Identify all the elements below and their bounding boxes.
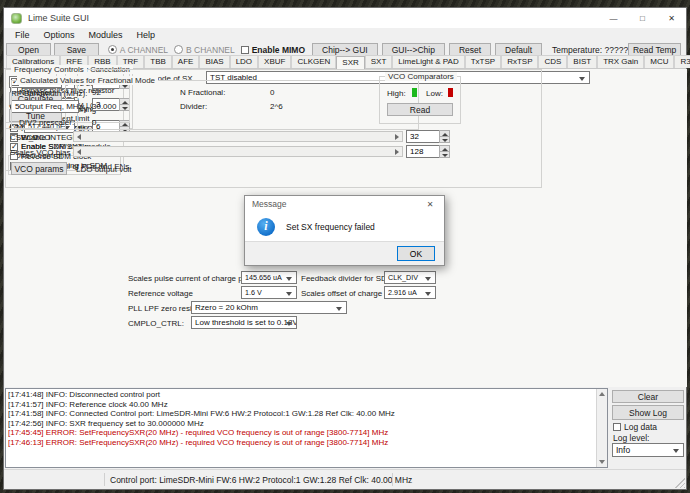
- log-scrollbar[interactable]: [596, 389, 607, 467]
- vco-params-button[interactable]: VCO params: [11, 162, 67, 175]
- tab[interactable]: BIAS: [199, 55, 229, 68]
- output-freq-value: 30.000: [92, 102, 116, 111]
- radio-dot-icon: [108, 45, 117, 54]
- window-title: Lime Suite GUI: [28, 13, 89, 23]
- tab[interactable]: R3 Controls: [674, 55, 690, 68]
- output-freq-label: Output Freq, MHz:: [19, 102, 85, 111]
- message-dialog: Message ✕ i Set SX frequency failed OK: [244, 195, 445, 266]
- tab[interactable]: TBB: [144, 55, 172, 68]
- scales-pulse-select[interactable]: 145.656 uA: [241, 271, 297, 284]
- vco-bias-spinner[interactable]: 128: [406, 145, 450, 158]
- divider-value: 2^6: [270, 102, 283, 111]
- channel-b-radio[interactable]: B CHANNEL: [174, 45, 235, 55]
- menu-item[interactable]: Help: [130, 29, 163, 41]
- dialog-message: Set SX frequency failed: [286, 222, 375, 232]
- dialog-body: i Set SX frequency failed: [245, 212, 444, 241]
- minimize-button[interactable]: —: [599, 8, 628, 28]
- close-button[interactable]: ✕: [657, 8, 686, 28]
- status-divider: [392, 473, 393, 486]
- title-bar: Lime Suite GUI — □ ✕: [4, 8, 686, 28]
- comparator-low-indicator: [448, 88, 453, 97]
- menu-item[interactable]: File: [8, 29, 37, 41]
- n-fractional-label: N Fractional:: [180, 88, 225, 97]
- comparator-high-label: High:: [387, 89, 406, 98]
- divider-label: Divider:: [180, 102, 207, 111]
- log-line: [17:45:45] ERROR: SetFrequencySXR(20 MHz…: [8, 428, 595, 438]
- ldo-output-label: LDO output volt: [76, 165, 132, 174]
- read-comparators-button[interactable]: Read: [387, 103, 453, 116]
- tab[interactable]: CDS: [538, 55, 567, 68]
- app-window: Lime Suite GUI — □ ✕ FileOptionsModulesH…: [3, 7, 687, 490]
- reference-voltage-select[interactable]: 1.6 V: [241, 286, 297, 299]
- tab[interactable]: AFE: [172, 55, 200, 68]
- div2-prescaler-label: DIV2 prescaler:: [19, 118, 74, 127]
- ok-button[interactable]: OK: [397, 246, 435, 261]
- status-divider: [104, 473, 105, 486]
- tab[interactable]: LDO: [230, 55, 258, 68]
- tab[interactable]: TRX Gain: [597, 55, 644, 68]
- log-level-select[interactable]: Info: [612, 443, 684, 457]
- spinner-arrows-icon[interactable]: [439, 130, 450, 143]
- csw-vco-spinner[interactable]: 32: [406, 130, 450, 143]
- calculated-values-group: Calculated Values for Fractional Mode N …: [11, 80, 419, 130]
- tab[interactable]: SXR: [336, 56, 364, 69]
- tab[interactable]: LimeLight & PAD: [392, 55, 464, 68]
- csw-vco-label: CSW_VCO: [10, 133, 50, 142]
- tab[interactable]: RxTSP: [501, 55, 538, 68]
- vco-comparators-group: VCO Comparators High: Low: Read: [379, 76, 461, 124]
- resize-grip-icon[interactable]: [675, 478, 685, 488]
- radio-dot-icon: [174, 45, 183, 54]
- log-data-checkbox[interactable]: Log data: [613, 422, 657, 432]
- n-fractional-value: 0: [270, 88, 274, 97]
- dialog-close-icon[interactable]: ✕: [423, 200, 437, 209]
- show-log-button[interactable]: Show Log: [612, 405, 684, 420]
- dialog-footer: OK: [245, 241, 444, 265]
- cmplo-select[interactable]: Low threshold is set to 0.18V: [191, 316, 297, 329]
- comparator-low-label: Low:: [426, 89, 443, 98]
- maximize-button[interactable]: □: [628, 8, 657, 28]
- tab[interactable]: BIST: [567, 55, 597, 68]
- tab[interactable]: XBUF: [258, 55, 291, 68]
- temperature-label: Temperature: ?????: [552, 45, 628, 55]
- menu-item[interactable]: Options: [37, 29, 82, 41]
- menu-item[interactable]: Modules: [82, 29, 130, 41]
- dialog-title: Message: [252, 199, 287, 209]
- log-output: [17:41:48] INFO: Disconnected control po…: [5, 388, 608, 468]
- window-controls: — □ ✕: [599, 8, 686, 28]
- div2-prescaler-value: 0: [92, 118, 96, 127]
- reference-voltage-label: Reference voltage: [128, 289, 193, 298]
- dialog-title-bar: Message ✕: [245, 196, 444, 212]
- tab[interactable]: TxTSP: [465, 55, 501, 68]
- cmplo-label: CMPLO_CTRL:: [128, 319, 184, 328]
- frequency-controls-group: Frequency Controls Calculated Values for…: [5, 69, 542, 188]
- csw-vco-slider[interactable]: [73, 131, 403, 142]
- tab[interactable]: CLKGEN: [291, 55, 336, 68]
- tab[interactable]: MCU: [644, 55, 674, 68]
- info-icon: i: [257, 218, 275, 236]
- n-integer-value: 92: [92, 88, 101, 97]
- status-bar: Control port: LimeSDR-Mini FW:6 HW:2 Pro…: [4, 469, 686, 489]
- feedback-divider-label: Feedback divider for SDM: [301, 274, 393, 283]
- log-line: [17:46:13] ERROR: SetFrequencySXR(20 MHz…: [8, 438, 595, 448]
- status-text: Control port: LimeSDR-Mini FW:6 HW:2 Pro…: [110, 475, 412, 485]
- n-integer-label: N Integer:: [19, 88, 54, 97]
- tab[interactable]: SXT: [365, 55, 393, 68]
- log-line: [17:41:48] INFO: Disconnected control po…: [8, 390, 595, 400]
- app-icon: [11, 13, 22, 24]
- scales-pulse-label: Scales pulse current of charge pump: [128, 274, 258, 283]
- pll-lpf-select[interactable]: Rzero = 20 kOhm: [191, 301, 347, 314]
- checkbox-icon: [241, 46, 249, 54]
- enable-mimo-checkbox[interactable]: Enable MIMO: [241, 45, 305, 55]
- clear-log-button[interactable]: Clear: [612, 390, 684, 403]
- feedback-divider-select[interactable]: CLK_DIV: [384, 271, 436, 284]
- scales-offset-select[interactable]: 2.916 uA: [384, 286, 436, 299]
- checkbox-icon: [613, 423, 621, 431]
- comparator-high-indicator: [412, 88, 417, 97]
- log-line: [17:42:56] INFO: SXR frequency set to 30…: [8, 419, 595, 429]
- spinner-arrows-icon[interactable]: [439, 145, 450, 158]
- log-level-label: Log level:: [613, 433, 649, 443]
- channel-a-radio[interactable]: A CHANNEL: [108, 45, 168, 55]
- log-line: [17:41:57] INFO: Reference clock 40.00 M…: [8, 400, 595, 410]
- vco-bias-slider[interactable]: [73, 146, 403, 157]
- menu-bar: FileOptionsModulesHelp: [4, 28, 686, 42]
